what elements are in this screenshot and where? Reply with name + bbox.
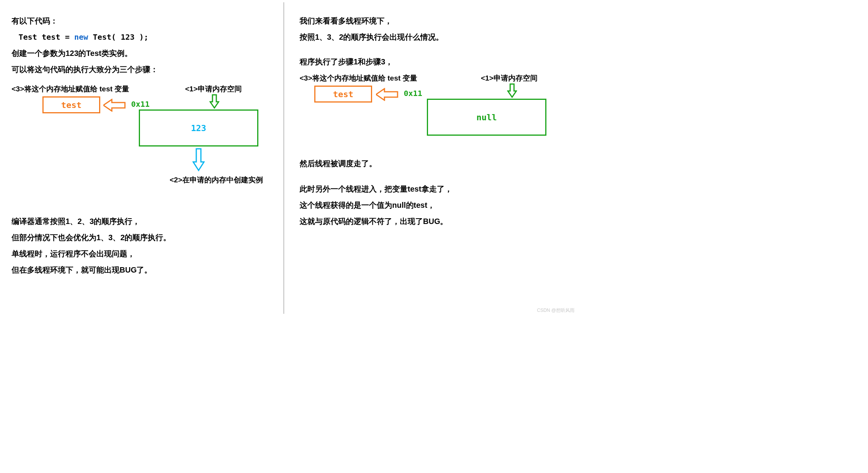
left-p3: 单线程时，运行程序不会出现问题， [12,247,276,261]
arrow-green-down-icon-r [507,83,517,98]
right-diagram: <3>将这个内存地址赋值给 test 变量 <1>申请内存空间 test 0x1… [300,73,560,154]
left-paragraphs: 编译器通常按照1、2、3的顺序执行， 但部分情况下也会优化为1、3、2的顺序执行… [12,214,276,277]
memory-box-r: null [427,99,546,136]
code-line: Test test = new Test( 123 ); [12,30,276,44]
svg-marker-2 [193,149,204,170]
arrow-green-down-icon [209,94,219,109]
svg-marker-3 [376,89,398,100]
step1-label: <1>申请内存空间 [185,84,242,94]
test-box: test [42,96,100,113]
right-column: 我们来看看多线程环境下， 按照1、3、2的顺序执行会出现什么情况。 程序执行了步… [284,0,568,316]
address-label-r: 0x11 [404,89,422,98]
left-intro-3: 可以将这句代码的执行大致分为三个步骤： [12,62,276,76]
step3-label: <3>将这个内存地址赋值给 test 变量 [12,84,129,94]
svg-marker-4 [508,84,516,97]
code-keyword: new [74,32,88,42]
right-r1: 我们来看看多线程环境下， [300,14,560,28]
right-r5: 此时另外一个线程进入，把变量test拿走了， [300,182,560,196]
step2-label: <2>在申请的内存中创建实例 [170,175,263,185]
left-column: 有以下代码： Test test = new Test( 123 ); 创建一个… [0,0,283,316]
right-r6: 这个线程获得的是一个值为null的test， [300,198,560,212]
right-r3: 程序执行了步骤1和步骤3， [300,55,560,69]
left-intro-2: 创建一个参数为123的Test类实例。 [12,46,276,60]
watermark: CSDN @想听风雨 [537,307,575,314]
arrow-orange-icon-r [376,88,398,101]
arrow-blue-down-icon [192,148,205,172]
code-part-a: Test test = [19,32,74,42]
test-box-r: test [314,86,372,103]
left-p1: 编译器通常按照1、2、3的顺序执行， [12,214,276,228]
memory-box: 123 [139,109,258,146]
right-r2: 按照1、3、2的顺序执行会出现什么情况。 [300,30,560,44]
right-r4: 然后线程被调度走了。 [300,157,560,170]
arrow-orange-icon [103,99,126,112]
left-p2: 但部分情况下也会优化为1、3、2的顺序执行。 [12,231,276,244]
right-r7: 这就与原代码的逻辑不符了，出现了BUG。 [300,214,560,228]
address-label: 0x11 [131,99,150,109]
right-paragraphs: 此时另外一个线程进入，把变量test拿走了， 这个线程获得的是一个值为null的… [300,182,560,228]
svg-marker-0 [103,99,125,111]
step1-label-r: <1>申请内存空间 [481,73,538,83]
page: 有以下代码： Test test = new Test( 123 ); 创建一个… [0,0,578,316]
svg-marker-1 [210,95,219,108]
step3-label-r: <3>将这个内存地址赋值给 test 变量 [300,73,417,83]
code-part-b: Test( 123 ); [88,32,149,42]
left-diagram: <3>将这个内存地址赋值给 test 变量 <1>申请内存空间 test 0x1… [12,80,276,200]
left-intro-1: 有以下代码： [12,14,276,28]
left-p4: 但在多线程环境下，就可能出现BUG了。 [12,263,276,277]
